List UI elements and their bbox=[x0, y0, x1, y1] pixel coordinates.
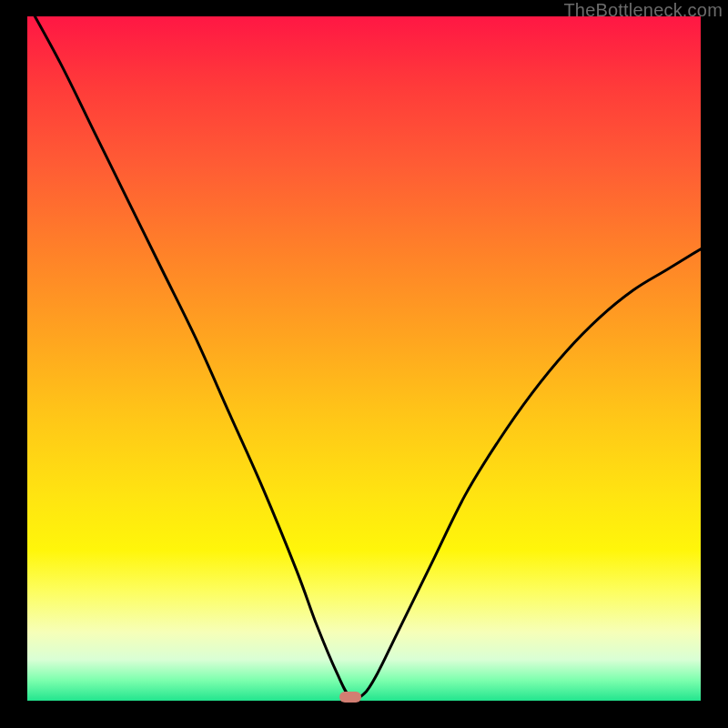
plot-area bbox=[27, 16, 701, 701]
frame: TheBottleneck.com bbox=[0, 0, 728, 728]
minimum-marker bbox=[339, 692, 361, 703]
bottleneck-curve bbox=[27, 16, 701, 701]
